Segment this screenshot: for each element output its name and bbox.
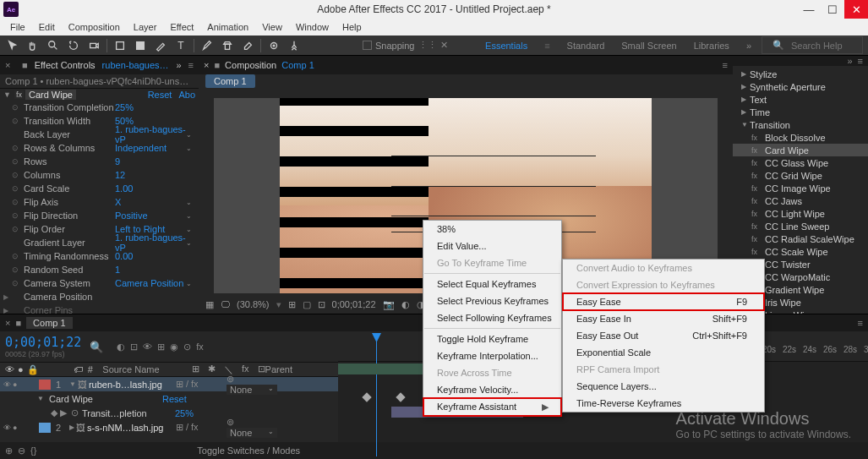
effect-header[interactable]: ▼ fx Card Wipe Reset Abo — [0, 89, 199, 101]
disclosure-icon[interactable]: ▶ — [3, 307, 12, 314]
prop-row[interactable]: ⊙Camera SystemCamera Position⌄ — [0, 276, 199, 290]
workspace-menu-icon[interactable]: ≡ — [538, 39, 556, 52]
panel-menu-icon[interactable]: ≡ — [858, 56, 863, 66]
tl-icon[interactable]: ⊞ — [157, 342, 165, 352]
menu-item-easy-ease-in[interactable]: Easy Ease InShift+F9 — [563, 310, 764, 327]
maximize-button[interactable]: ☐ — [821, 0, 844, 19]
prop-value[interactable]: 1 — [115, 265, 195, 275]
selection-tool[interactable] — [5, 38, 20, 53]
disclosure-icon[interactable]: ▶ — [69, 423, 74, 431]
prop-value[interactable]: Camera Position⌄ — [115, 278, 195, 288]
prop-value[interactable]: 12 — [115, 170, 195, 180]
hand-tool[interactable] — [25, 38, 41, 53]
layer-row[interactable]: 👁●2▶🖼s-s-nNM…lash.jpg⊞/fx⊚ None⌄ — [0, 420, 338, 434]
parent-dropdown[interactable]: None⌄ — [227, 428, 277, 438]
prop-row[interactable]: ⊙Rows & ColumnsIndependent⌄ — [0, 141, 199, 155]
eraser-tool[interactable] — [240, 38, 255, 53]
stopwatch-icon[interactable]: ⊙ — [12, 171, 22, 179]
panel-close-icon[interactable]: × — [5, 318, 10, 328]
zoom-readout[interactable]: (30.8%) — [237, 299, 270, 309]
menu-layer[interactable]: Layer — [127, 20, 164, 34]
brush-tool[interactable] — [199, 38, 215, 53]
pan-behind-tool[interactable] — [112, 38, 128, 53]
snapshot-icon[interactable]: 📷 — [383, 299, 395, 310]
parent-pickwhip[interactable]: ⊚ — [227, 417, 234, 427]
menu-item-exponential-scale[interactable]: Exponential Scale — [563, 344, 764, 361]
prop-name[interactable]: Transit…pletion — [82, 408, 175, 418]
toggle-switches[interactable]: Toggle Switches / Modes — [197, 445, 300, 456]
comp-subtab[interactable]: Comp 1 — [205, 74, 255, 88]
disclosure-icon[interactable]: ▶ — [3, 293, 12, 301]
layer-name[interactable]: ruben-b…lash.jpg — [89, 380, 162, 390]
roto-tool[interactable] — [266, 38, 281, 53]
menu-item-easy-ease[interactable]: Easy EaseF9 — [563, 293, 764, 310]
prop-value[interactable]: 0.00 — [115, 251, 195, 261]
puppet-tool[interactable] — [287, 38, 302, 53]
effect-cc-radial-scalewipe[interactable]: fxCC Radial ScaleWipe — [733, 232, 868, 245]
tl-icon[interactable]: fx — [196, 342, 204, 352]
menu-item-easy-ease-out[interactable]: Easy Ease OutCtrl+Shift+F9 — [563, 327, 764, 344]
camera-tool[interactable] — [86, 38, 101, 53]
prop-value[interactable]: 25% — [175, 408, 194, 418]
tl-btn[interactable]: {} — [30, 445, 36, 456]
effect-cc-jaws[interactable]: fxCC Jaws — [733, 194, 868, 207]
keyframe[interactable] — [362, 392, 371, 402]
effect-cc-image-wipe[interactable]: fxCC Image Wipe — [733, 182, 868, 194]
pen-tool[interactable] — [153, 38, 168, 53]
workspace-overflow[interactable]: » — [740, 39, 758, 52]
stopwatch-icon[interactable]: ⊙ — [12, 265, 22, 274]
prop-value[interactable]: X⌄ — [115, 197, 195, 207]
label-color[interactable] — [39, 423, 51, 433]
panel-menu-icon[interactable]: ≡ — [188, 60, 194, 70]
menu-item-select-previous-keyframes[interactable]: Select Previous Keyframes — [423, 292, 561, 309]
menu-item-select-following-keyframes[interactable]: Select Following Keyframes — [423, 309, 561, 326]
stopwatch-icon[interactable]: ⊙ — [12, 144, 22, 152]
eye-icon[interactable]: 👁 — [3, 423, 11, 432]
effect-card-wipe[interactable]: fxCard Wipe — [733, 144, 868, 156]
about-link[interactable]: Abo — [178, 90, 195, 100]
stopwatch-icon[interactable]: ⊙ — [12, 252, 22, 260]
reset-link[interactable]: Reset — [148, 90, 172, 100]
prop-value[interactable]: 1. ruben-bagues-vP⌄ — [115, 232, 195, 253]
prop-row[interactable]: ⊙Card Scale1.00 — [0, 182, 199, 195]
stopwatch-icon[interactable]: ⊙ — [12, 279, 22, 287]
category-synthetic-aperture[interactable]: ▶Synthetic Aperture — [733, 80, 868, 93]
monitor-icon[interactable]: 🖵 — [221, 299, 230, 309]
disclosure-icon[interactable]: ▼ — [69, 380, 76, 388]
tl-btn[interactable]: ⊖ — [18, 445, 25, 456]
close-button[interactable]: ✕ — [844, 0, 868, 19]
menu-item-select-equal-keyframes[interactable]: Select Equal Keyframes — [423, 276, 561, 292]
menu-composition[interactable]: Composition — [62, 20, 127, 34]
timecode[interactable]: 0;00;01;22 — [5, 335, 81, 350]
label-color[interactable] — [39, 380, 51, 390]
panel-menu-icon[interactable]: ≡ — [723, 60, 728, 70]
menu-view[interactable]: View — [255, 20, 289, 34]
layer-name[interactable]: s-s-nNM…lash.jpg — [87, 423, 163, 433]
stopwatch-icon[interactable]: ⊙ — [12, 211, 22, 220]
menu-item--[interactable]: 38% — [423, 221, 561, 238]
tl-icon[interactable]: ◐ — [117, 342, 125, 352]
viewer-tc[interactable]: 0;00;01;22 — [332, 299, 376, 309]
prop-row[interactable]: ⊙Transition Completion25% — [0, 101, 199, 114]
stopwatch-icon[interactable]: ⊙ — [12, 103, 22, 112]
snapping-toggle[interactable]: Snapping ⋮⋮ ✕ — [363, 40, 448, 51]
alpha-icon[interactable]: ▦ — [205, 299, 214, 310]
effect-cc-line-sweep[interactable]: fxCC Line Sweep — [733, 220, 868, 232]
tl-icon[interactable]: ⊙ — [183, 342, 191, 352]
tl-icon[interactable]: ⊡ — [130, 342, 138, 352]
prop-value[interactable]: Positive⌄ — [115, 210, 195, 221]
prop-row[interactable]: ⊙Random Seed1 — [0, 263, 199, 276]
tl-btn[interactable]: ⊕ — [5, 445, 13, 456]
fx-badge[interactable]: fx — [14, 90, 24, 99]
prop-row[interactable]: Back Layer1. ruben-bagues-vP⌄ — [0, 128, 199, 141]
menu-edit[interactable]: Edit — [32, 20, 62, 34]
prop-value[interactable]: 1.00 — [115, 183, 195, 194]
search-input[interactable] — [791, 41, 859, 51]
panel-close-icon[interactable]: × — [204, 60, 209, 70]
category-transition[interactable]: ▼Transition — [733, 118, 868, 131]
eye-icon[interactable]: 👁 — [3, 380, 11, 389]
res-icon[interactable]: ⊞ — [288, 299, 296, 310]
search-help[interactable]: 🔍 — [762, 36, 863, 54]
prop-value[interactable]: 1. ruben-bagues-vP⌄ — [115, 124, 195, 145]
parent-dropdown[interactable]: None⌄ — [227, 385, 277, 395]
